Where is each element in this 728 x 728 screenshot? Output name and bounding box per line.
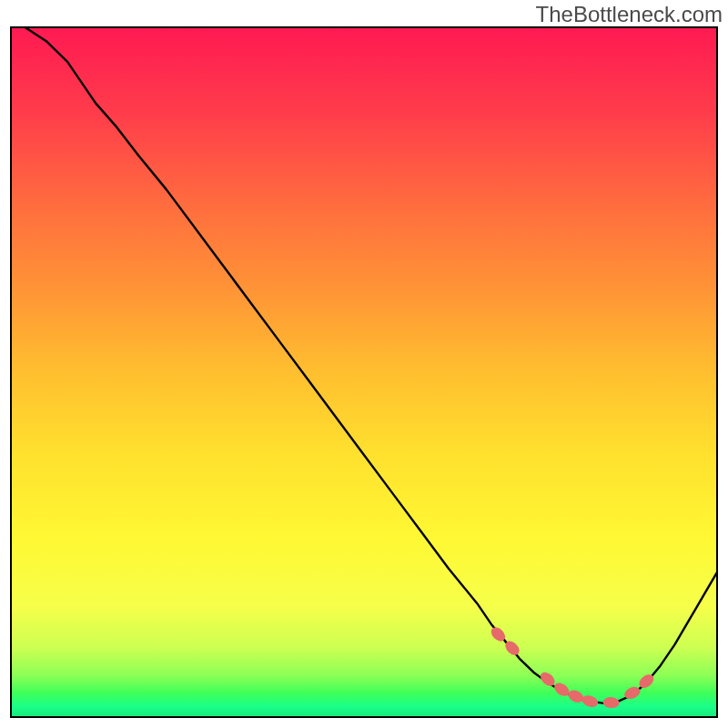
heatmap-background [11,27,717,717]
chart-container: TheBottleneck.com [0,0,728,728]
watermark-text: TheBottleneck.com [536,2,723,27]
bottleneck-chart [0,0,728,728]
